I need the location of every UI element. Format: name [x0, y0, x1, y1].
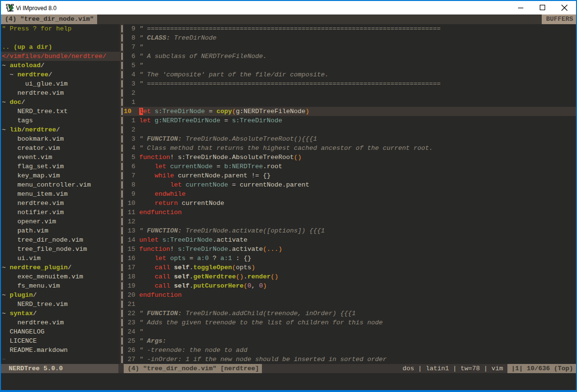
svg-text:im: im	[10, 9, 14, 12]
